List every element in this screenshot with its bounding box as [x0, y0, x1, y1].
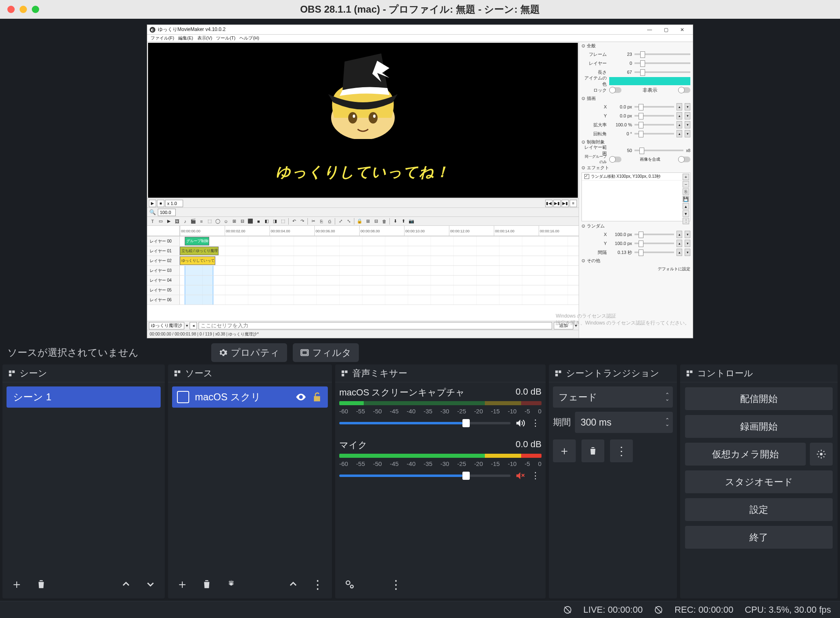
transition-menu-button[interactable]: ⋮	[610, 439, 633, 462]
toolbar-icon[interactable]: ⊞	[364, 218, 371, 225]
exit-button[interactable]: 終了	[685, 526, 833, 549]
volume-slider[interactable]	[339, 475, 511, 477]
speaker-icon[interactable]	[515, 418, 525, 428]
skip-back-icon[interactable]: ▮◀	[545, 200, 553, 207]
serifu-input[interactable]	[199, 322, 552, 329]
menu-edit[interactable]: 編集(E)	[178, 35, 193, 41]
track-content[interactable]	[180, 266, 579, 275]
step-up-icon[interactable]: ▴	[676, 240, 682, 247]
mixer-header[interactable]: 音声ミキサー	[335, 364, 546, 382]
toolbar-icon[interactable]: ⬚	[206, 218, 213, 225]
step-down-icon[interactable]: ▾	[685, 130, 690, 137]
channel-menu-button[interactable]: ⋮	[529, 417, 542, 429]
toolbar-icon[interactable]: ◯	[214, 218, 221, 225]
effect-menu-icon[interactable]: ⋮	[683, 218, 689, 224]
color-swatch[interactable]	[609, 77, 690, 85]
prop-value[interactable]: 0 °	[609, 131, 632, 136]
track-row[interactable]: レイヤー 00グループ制御	[147, 236, 579, 246]
prop-slider[interactable]	[634, 53, 690, 55]
toolbar-icon[interactable]: ▭	[157, 218, 164, 225]
prop-value[interactable]: 0.0 px	[609, 104, 632, 109]
prop-slider[interactable]	[634, 243, 674, 244]
add-transition-button[interactable]: ＋	[553, 439, 576, 462]
zoom-input[interactable]	[158, 209, 176, 216]
timeline-ruler[interactable]: 00:00:00.0000:00:02.0000:00:04.0000:00:0…	[147, 225, 579, 236]
mixer-menu-button[interactable]: ⋮	[387, 575, 405, 594]
source-menu-button[interactable]: ⋮	[308, 575, 327, 594]
prop-slider[interactable]	[634, 71, 690, 73]
prop-value[interactable]: 0.0 px	[609, 113, 632, 118]
effect-save-icon[interactable]: 💾	[683, 196, 689, 202]
timeline-clip[interactable]: グループ制御	[185, 237, 209, 245]
mixer-advanced-button[interactable]	[340, 575, 359, 594]
track-content[interactable]: 立ち絵 / ゆっくり魔理	[180, 246, 579, 256]
play-icon[interactable]: ▶	[149, 200, 156, 207]
play2-icon[interactable]: ▶▮	[553, 200, 561, 207]
toolbar-icon[interactable]: ⤡	[345, 218, 352, 225]
section-header[interactable]: その他	[579, 257, 693, 265]
add-source-button[interactable]: ＋	[173, 575, 192, 594]
toolbar-icon[interactable]: ↷	[298, 218, 306, 225]
volume-knob[interactable]	[462, 472, 470, 480]
menu-view[interactable]: 表示(V)	[197, 35, 212, 41]
sources-header[interactable]: ソース	[168, 364, 332, 382]
toolbar-icon[interactable]: ↶	[290, 218, 298, 225]
spinner-updown-icon[interactable]: ⌃⌄	[665, 418, 670, 426]
track-row[interactable]: レイヤー 03	[147, 266, 579, 276]
step-down-icon[interactable]: ▾	[685, 249, 690, 256]
toolbar-icon[interactable]: 📷	[408, 218, 415, 225]
toggle-samegroup[interactable]	[609, 157, 621, 162]
prop-slider[interactable]	[634, 62, 690, 64]
transitions-header[interactable]: シーントランジション	[549, 364, 677, 382]
step-up-icon[interactable]: ▴	[676, 249, 682, 256]
minimize-icon[interactable]: —	[641, 25, 658, 34]
studio-mode-button[interactable]: スタジオモード	[685, 470, 833, 493]
step-up-icon[interactable]: ▴	[676, 231, 682, 238]
scene-down-button[interactable]	[141, 575, 160, 594]
toggle-lock[interactable]	[609, 87, 621, 93]
effect-copy-icon[interactable]: ⎘	[683, 188, 689, 195]
menu-help[interactable]: ヘルプ(H)	[239, 35, 259, 41]
prop-slider[interactable]	[634, 115, 674, 117]
prop-value[interactable]: 100.0 px	[609, 232, 632, 237]
unlock-icon[interactable]	[312, 391, 323, 403]
remove-source-button[interactable]	[197, 575, 216, 594]
checkbox-icon[interactable]	[584, 174, 589, 179]
step-down-icon[interactable]: ▾	[685, 240, 690, 247]
toggle-compose[interactable]	[678, 157, 690, 162]
prop-slider[interactable]	[634, 150, 683, 151]
source-settings-button[interactable]	[222, 575, 241, 594]
track-content[interactable]	[180, 276, 579, 285]
end-icon[interactable]: ≡	[570, 200, 577, 207]
toolbar-icon[interactable]: ⊞	[230, 218, 238, 225]
toggle-hide[interactable]	[678, 87, 690, 93]
step-up-icon[interactable]: ▴	[676, 103, 682, 110]
preview-area[interactable]: ◐ ゆっくりMovieMaker v4.10.0.2 — ▢ ✕ ファイル(F)…	[0, 19, 840, 341]
prop-slider[interactable]	[634, 252, 674, 253]
effect-up-icon[interactable]: ▴	[683, 203, 689, 210]
step-up-icon[interactable]: ▴	[676, 112, 682, 119]
effect-down-icon[interactable]: ▾	[683, 210, 689, 217]
stop-icon[interactable]: ■	[157, 200, 164, 207]
speed-input[interactable]	[165, 200, 183, 207]
step-down-icon[interactable]: ▾	[685, 231, 690, 238]
properties-button[interactable]: プロパティ	[211, 343, 287, 362]
transition-duration-input[interactable]: 300 ms ⌃⌄	[575, 412, 673, 433]
track-content[interactable]: ゆっくりしていってね！	[180, 256, 579, 265]
toolbar-icon[interactable]: ♪	[181, 218, 189, 225]
track-row[interactable]: レイヤー 05	[147, 285, 579, 295]
serifu-prev-icon[interactable]: ◂	[190, 322, 197, 329]
vcam-settings-button[interactable]	[810, 443, 833, 466]
toolbar-icon[interactable]: ■	[255, 218, 262, 225]
toolbar-icon[interactable]: ≡	[198, 218, 205, 225]
track-content[interactable]	[180, 285, 579, 295]
start-streaming-button[interactable]: 配信開始	[685, 387, 833, 410]
toolbar-icon[interactable]: ⊟	[372, 218, 380, 225]
start-recording-button[interactable]: 録画開始	[685, 415, 833, 438]
start-vcam-button[interactable]: 仮想カメラ開始	[685, 443, 806, 466]
effect-list[interactable]: ランダム移動 X100px, Y100px, 0.13秒 + − ⎘ 💾 ▴ ▾…	[581, 172, 690, 221]
section-header[interactable]: 全般	[579, 42, 693, 50]
toolbar-icon[interactable]: ⎘	[318, 218, 325, 225]
remove-transition-button[interactable]	[581, 439, 604, 462]
prop-value[interactable]: 67	[609, 70, 632, 75]
